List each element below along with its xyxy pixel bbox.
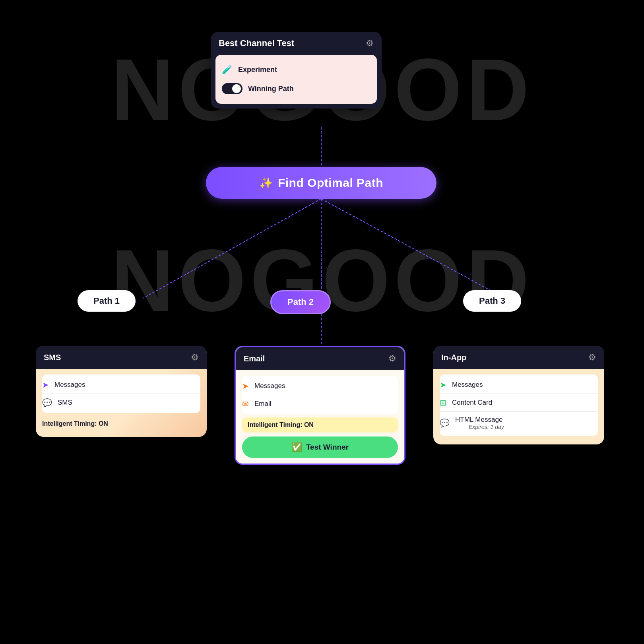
sms-intelligent-timing: Intelligent Timing: ON bbox=[42, 416, 200, 431]
card-header: Best Channel Test ⚙ bbox=[211, 32, 382, 55]
email-card-body: ➤ Messages ✉ Email Intelligent Timing: O… bbox=[236, 370, 404, 464]
email-messages-icon: ➤ bbox=[242, 381, 249, 391]
inapp-content-card-row: ⊞ Content Card bbox=[440, 394, 598, 412]
sms-chat-icon: 💬 bbox=[42, 398, 52, 407]
sms-messages-row: ➤ Messages bbox=[42, 376, 200, 394]
sms-messages-label: Messages bbox=[54, 381, 85, 389]
email-inner: ➤ Messages ✉ Email bbox=[242, 376, 398, 414]
inapp-card: In-App ⚙ ➤ Messages ⊞ Content Card 💬 HTM… bbox=[433, 346, 604, 444]
inapp-html-label: HTML Message bbox=[455, 416, 502, 423]
inapp-messages-icon: ➤ bbox=[440, 380, 446, 390]
sms-inner: ➤ Messages 💬 SMS bbox=[42, 374, 200, 413]
expire-text: Expires: 1 day bbox=[469, 424, 504, 430]
email-title: Email bbox=[244, 354, 265, 363]
test-winner-button[interactable]: ✅ Test Winner bbox=[242, 436, 398, 458]
email-gear-icon[interactable]: ⚙ bbox=[388, 353, 396, 364]
find-optimal-label: Find Optimal Path bbox=[278, 176, 383, 190]
inapp-gear-icon[interactable]: ⚙ bbox=[588, 352, 596, 363]
inapp-messages-row: ➤ Messages bbox=[440, 376, 598, 394]
check-circle-icon: ✅ bbox=[291, 442, 302, 452]
svg-line-3 bbox=[321, 199, 505, 298]
best-channel-card: Best Channel Test ⚙ 🧪 Experiment Winning… bbox=[211, 32, 382, 109]
path-2-label[interactable]: Path 2 bbox=[270, 290, 331, 314]
sms-messages-icon: ➤ bbox=[42, 380, 49, 390]
experiment-row: 🧪 Experiment bbox=[222, 60, 370, 79]
sms-sms-row: 💬 SMS bbox=[42, 394, 200, 411]
path-1-label[interactable]: Path 1 bbox=[78, 290, 136, 312]
card-body: 🧪 Experiment Winning Path bbox=[215, 55, 377, 104]
email-card-header: Email ⚙ bbox=[236, 347, 404, 370]
canvas: NOGOOD NOGOOD Best Channel Test ⚙ 🧪 Expe… bbox=[0, 0, 644, 644]
sms-label: SMS bbox=[58, 399, 72, 407]
winning-path-toggle[interactable] bbox=[222, 83, 242, 94]
inapp-card-body: ➤ Messages ⊞ Content Card 💬 HTML Message… bbox=[433, 369, 604, 444]
path-3-label[interactable]: Path 3 bbox=[463, 290, 521, 312]
gear-icon-header[interactable]: ⚙ bbox=[366, 38, 374, 48]
winning-path-row: Winning Path bbox=[222, 79, 370, 98]
experiment-label: Experiment bbox=[238, 66, 277, 74]
sms-card-body: ➤ Messages 💬 SMS Intelligent Timing: ON bbox=[36, 369, 207, 437]
sms-gear-icon[interactable]: ⚙ bbox=[191, 352, 199, 363]
inapp-messages-label: Messages bbox=[452, 381, 483, 389]
email-messages-label: Messages bbox=[254, 382, 285, 390]
test-winner-label: Test Winner bbox=[306, 443, 349, 452]
inapp-html-icon: 💬 bbox=[440, 418, 450, 428]
svg-line-2 bbox=[143, 199, 321, 298]
email-envelope-icon: ✉ bbox=[242, 399, 249, 409]
sms-title: SMS bbox=[44, 353, 61, 362]
inapp-grid-icon: ⊞ bbox=[440, 398, 446, 407]
inapp-content-card-label: Content Card bbox=[452, 399, 492, 407]
inapp-card-header: In-App ⚙ bbox=[433, 346, 604, 369]
card-title: Best Channel Test bbox=[219, 38, 294, 48]
email-card: Email ⚙ ➤ Messages ✉ Email Intelligent T… bbox=[235, 346, 405, 465]
sms-card-header: SMS ⚙ bbox=[36, 346, 207, 369]
inapp-inner: ➤ Messages ⊞ Content Card 💬 HTML Message… bbox=[440, 374, 598, 436]
toggle-circle bbox=[232, 84, 241, 93]
experiment-icon: 🧪 bbox=[222, 64, 233, 75]
wand-icon: ✨ bbox=[259, 177, 273, 190]
inapp-html-info: HTML Message Expires: 1 day bbox=[455, 416, 504, 430]
find-optimal-path-button[interactable]: ✨ Find Optimal Path bbox=[206, 167, 436, 199]
inapp-title: In-App bbox=[441, 353, 466, 362]
watermark-bottom: NOGOOD bbox=[0, 231, 644, 331]
inapp-html-row: 💬 HTML Message Expires: 1 day bbox=[440, 412, 598, 434]
email-label: Email bbox=[254, 400, 272, 408]
email-email-row: ✉ Email bbox=[242, 395, 398, 413]
winning-path-label: Winning Path bbox=[248, 85, 294, 93]
email-messages-row: ➤ Messages bbox=[242, 377, 398, 395]
email-intelligent-timing: Intelligent Timing: ON bbox=[242, 417, 398, 433]
sms-card: SMS ⚙ ➤ Messages 💬 SMS Intelligent Timin… bbox=[36, 346, 207, 437]
